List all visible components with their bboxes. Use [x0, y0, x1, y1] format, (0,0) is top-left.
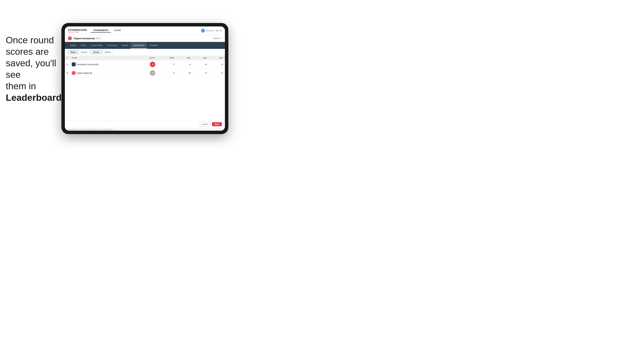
sub-tab-teams[interactable]: Teams [68, 50, 78, 54]
rd2-1: +5 [192, 60, 208, 69]
rd1-2: +8 [176, 69, 192, 77]
app-header: SCOREBOARD Powered by clippd TOURNAMENTS… [65, 26, 225, 35]
tablet-screen: SCOREBOARD Powered by clippd TOURNAMENTS… [65, 26, 225, 131]
user-avatar: S [201, 29, 205, 32]
scoreboard-logo: SCOREBOARD Powered by clippd [68, 28, 87, 33]
instructional-text: Once round scores are saved, you'll see … [6, 34, 60, 103]
table-row: 2 C Clippd College [A] +3 F [65, 69, 225, 77]
col-thru: THRU [157, 56, 176, 60]
tab-tee-groups[interactable]: Tee Groups [105, 42, 120, 49]
col-team: TEAM [70, 56, 136, 60]
instruction-line2: scores are [6, 46, 49, 57]
instruction-bold: Leaderboards [6, 93, 66, 103]
rd3-2: +3 [209, 69, 225, 77]
header-nav: TOURNAMENTS TEAMS [91, 28, 201, 32]
tournament-header: C Clippd Invitational (Men) Cancel ✕ [65, 35, 225, 42]
table-row: 1 Scoreboard University [A] -5 F [65, 60, 225, 69]
rank-2: 2 [65, 69, 70, 77]
cancel-button[interactable]: Cancel [199, 122, 210, 127]
col-total: TOTAL [136, 56, 157, 60]
rd1-1: -4 [176, 60, 192, 69]
rd2-2: -8 [192, 69, 208, 77]
leaderboard-table-container: # TEAM TOTAL THRU RD1 RD2 RD3 1 [65, 56, 225, 120]
instruction-line3: saved, you'll see [6, 58, 56, 80]
score-badge-1: -5 [150, 62, 155, 67]
instruction-line1: Once round [6, 35, 54, 45]
tournament-title: Clippd Invitational [73, 37, 95, 40]
rd3-1: -6 [209, 60, 225, 69]
total-2: +3 [136, 69, 157, 77]
thru-2: F [157, 69, 176, 77]
rank-1: 1 [65, 60, 70, 69]
tabs-bar: Details Teams Course Setup Tee Groups Re… [65, 42, 225, 49]
url-text: https://stage-blue-coach.stagescorebboar… [68, 129, 113, 130]
thru-1: F [157, 60, 176, 69]
sub-tabs: Teams Players Scores Strokes [65, 49, 225, 56]
team-name-1: Scoreboard University [A] [70, 60, 136, 69]
tournament-cancel-button[interactable]: Cancel ✕ [213, 37, 222, 40]
instruction-line4: them in [6, 81, 36, 91]
col-rd1: RD1 [176, 56, 192, 60]
nav-teams[interactable]: TEAMS [112, 28, 124, 32]
sign-out-link[interactable]: Sign out [216, 30, 222, 32]
total-1: -5 [136, 60, 157, 69]
tournament-icon: C [68, 36, 72, 40]
col-rd2: RD2 [192, 56, 208, 60]
team-name-2: C Clippd College [A] [70, 69, 136, 77]
tablet-device: SCOREBOARD Powered by clippd TOURNAMENTS… [62, 23, 228, 134]
url-bar: https://stage-blue-coach.stagescorebboar… [65, 128, 225, 131]
col-rank: # [65, 56, 70, 60]
logo-subtitle: Powered by clippd [68, 31, 87, 33]
leaderboard-table: # TEAM TOTAL THRU RD1 RD2 RD3 1 [65, 56, 225, 77]
content-area: Teams Players Scores Strokes # TEAM TOTA… [65, 49, 225, 120]
tab-leaderboards[interactable]: Leaderboards [130, 42, 147, 49]
tab-teams[interactable]: Teams [78, 42, 89, 49]
tab-printables[interactable]: Printables [147, 42, 160, 49]
save-button[interactable]: Save [212, 122, 222, 126]
col-rd3: RD3 [209, 56, 225, 60]
header-right: S Test User | Sign out [201, 29, 222, 32]
user-name: Test User | [206, 30, 214, 32]
logo-title: SCOREBOARD [68, 28, 87, 31]
team-logo-2: C [72, 71, 76, 75]
tab-course-setup[interactable]: Course Setup [89, 42, 105, 49]
nav-tournaments[interactable]: TOURNAMENTS [91, 28, 111, 32]
score-badge-2: +3 [150, 70, 155, 76]
footer-bar: Cancel Save [65, 120, 225, 128]
table-header-row: # TEAM TOTAL THRU RD1 RD2 RD3 [65, 56, 225, 60]
sub-tab-scores[interactable]: Scores [91, 50, 102, 54]
tab-results[interactable]: Results [120, 42, 130, 49]
tab-details[interactable]: Details [68, 42, 78, 49]
tournament-subtitle: (Men) [96, 37, 101, 39]
sub-tab-strokes[interactable]: Strokes [102, 50, 113, 54]
team-logo-1 [72, 62, 76, 66]
sub-tab-players[interactable]: Players [79, 50, 90, 54]
cancel-x-icon: ✕ [220, 37, 222, 40]
